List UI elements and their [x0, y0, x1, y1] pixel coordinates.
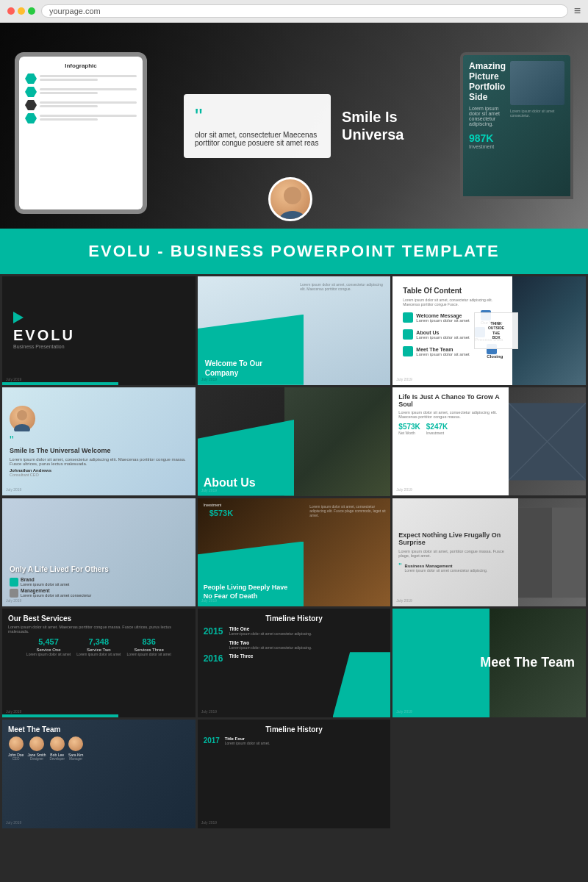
service-1-sub: Lorem ipsum dolor sit amet	[26, 652, 71, 656]
toc-title: Table Of Content	[403, 287, 503, 295]
hex-icon-1	[25, 74, 37, 84]
hex-icon-2	[25, 87, 37, 97]
slide-10-footer-bar	[2, 714, 196, 717]
toc-icon-2	[403, 329, 413, 340]
svg-point-0	[284, 187, 301, 204]
slide-9-footer: July 2019	[396, 598, 412, 603]
url-bar[interactable]: yourpage.com	[41, 4, 568, 18]
service-2-sub: Lorem ipsum dolor sit amet	[76, 652, 121, 656]
team-role-1: CEO	[12, 757, 20, 761]
toc-label-team: Meet The Team	[416, 347, 469, 352]
life-stat-1-label: Net Worth	[398, 431, 420, 435]
slide-12-footer: July 2019	[396, 709, 412, 714]
quote-mark: "	[195, 105, 320, 127]
welcome-title: Welcome To Our Company	[205, 359, 296, 378]
slide-3-footer: July 2019	[396, 377, 412, 381]
only-content: Only A Life Lived For Others Brand Lorem…	[10, 565, 188, 599]
service-1: 5,457 Service One Lorem ipsum dolor sit …	[26, 637, 71, 656]
life-title: Life Is Just A Chance To Grow A Soul	[398, 393, 503, 408]
toc-icon-3	[403, 346, 413, 356]
minimize-button[interactable]	[18, 7, 25, 15]
slide-toc[interactable]: Table Of Content Lorem ipsum dolor sit a…	[392, 276, 586, 385]
expect-quote-icon: "	[398, 562, 401, 572]
timeline2-title: Timeline History	[204, 725, 385, 734]
about-bg-image	[284, 387, 390, 496]
service-2-num: 7,348	[76, 637, 121, 646]
toc-text-2: Lorem ipsum dolor sit amet	[416, 335, 469, 340]
browser-menu[interactable]: ≡	[574, 4, 581, 18]
team-avatar-4	[68, 736, 83, 751]
life-stat-2-label: Investment	[426, 431, 448, 435]
team-role-4: Manager	[69, 757, 82, 761]
close-button[interactable]	[7, 7, 15, 15]
services-stats: 5,457 Service One Lorem ipsum dolor sit …	[8, 637, 190, 656]
slide-5-footer: July 2019	[201, 488, 217, 492]
slide-4-footer: July 2019	[6, 487, 21, 492]
smile-author-role: Consultant CEO	[10, 473, 188, 477]
slide-services[interactable]: Our Best Services Lorem ipsum dolor sit …	[2, 609, 196, 717]
svg-point-2	[17, 410, 27, 420]
slide-meet[interactable]: Meet The Team July 2019	[392, 609, 586, 717]
toc-right-image	[512, 276, 586, 385]
hero-avatar	[268, 177, 312, 221]
slide-only[interactable]: Only A Life Lived For Others Brand Lorem…	[2, 498, 196, 607]
life-stat-2: $247K Investment	[426, 423, 448, 435]
toc-label-closing: Closing	[487, 354, 503, 359]
team-role-2: Designer	[30, 757, 43, 761]
slide-11-footer: July 2019	[201, 709, 217, 714]
timeline2-item-2017: 2017 Title Four Lorem ipsum dolor sit am…	[204, 736, 385, 745]
meet-teal-bg	[392, 609, 489, 717]
slide-14-footer: July 2019	[201, 820, 217, 825]
team-member-2: Jane Smith Designer	[27, 736, 46, 761]
evolu-title: EVOLU	[13, 327, 184, 344]
only-row-1: Brand Lorem ipsum dolor sit amet	[10, 577, 188, 587]
expect-content: Expect Nothing Live Frugally On Surprise…	[398, 531, 512, 573]
slide-6-footer: July 2019	[396, 487, 412, 492]
window-controls	[7, 7, 35, 15]
only-title: Only A Life Lived For Others	[10, 565, 188, 573]
slide-evolu[interactable]: EVOLU Business Presentation July 2019	[2, 276, 196, 385]
only-row-2: Management Lorem ipsum dolor sit amet co…	[10, 588, 188, 598]
timeline2-text: Lorem ipsum dolor sit amet.	[225, 741, 385, 745]
slide-about[interactable]: About Us July 2019	[198, 387, 391, 496]
svg-point-3	[14, 424, 30, 431]
slide-smile[interactable]: " Smile Is The Universal Welcome Lorem i…	[2, 387, 196, 496]
life-stat-2-num: $247K	[426, 423, 448, 431]
laptop-slide-text: Lorem ipsum dolor sit amet consectetur a…	[469, 106, 506, 126]
team-avatar-3	[50, 736, 65, 751]
life-content: Life Is Just A Chance To Grow A Soul Lor…	[398, 393, 503, 435]
people-invest-text: Lorem ipsum dolor sit amet, consectetur …	[309, 504, 387, 517]
meet-bottom-title: Meet The Team	[8, 725, 190, 734]
timeline-title: Timeline History	[204, 614, 385, 623]
laptop-image	[510, 61, 564, 105]
slide-meet-bottom[interactable]: Meet The Team John Doe CEO Jane Smith De…	[2, 720, 196, 828]
team-member-1: John Doe CEO	[8, 736, 24, 761]
laptop-stat: 987K	[469, 132, 506, 144]
browser-bar: yourpage.com ≡	[0, 0, 588, 23]
toc-label-about: About Us	[416, 330, 469, 335]
laptop-mockup: Amazing Picture Portfolio Side Lorem ips…	[460, 52, 573, 199]
tablet-title: Infographic	[25, 62, 137, 69]
smile-title: Smile Is The Universal Welcome	[10, 447, 188, 456]
laptop-slide-title: Amazing Picture Portfolio Side	[469, 61, 506, 102]
slide-welcome[interactable]: Welcome To Our Company Lorem ipsum dolor…	[198, 276, 391, 385]
maximize-button[interactable]	[28, 7, 35, 15]
slide-timeline2[interactable]: Timeline History 2017 Title Four Lorem i…	[198, 720, 391, 828]
timeline-content-2: Title Two Lorem ipsum dolor sit amet con…	[229, 640, 385, 650]
toc-think-box: THINKOUTSIDETHEBOX	[474, 312, 518, 349]
slide-13-footer: July 2019	[6, 820, 21, 825]
service-3-sub: Lorem ipsum dolor sit amet	[126, 652, 171, 656]
slide-expect[interactable]: Expect Nothing Live Frugally On Surprise…	[392, 498, 586, 607]
timeline2-content: Title Four Lorem ipsum dolor sit amet.	[225, 736, 385, 745]
expect-quote-row: " Business Management Lorem ipsum dolor …	[398, 562, 512, 573]
slide-8-footer: July 2019	[201, 598, 217, 603]
expect-quote-sub: Lorem ipsum dolor sit amet consectetur a…	[405, 568, 488, 573]
toc-text-3: Lorem ipsum dolor sit amet	[416, 352, 469, 356]
slide-timeline[interactable]: Timeline History 2015 Title One Lorem ip…	[198, 609, 391, 717]
hex-icon-3	[25, 100, 37, 110]
service-1-num: 5,457	[26, 637, 71, 646]
slide-life[interactable]: Life Is Just A Chance To Grow A Soul Lor…	[392, 387, 586, 496]
hero-smile-text: Smile Is Universa	[342, 108, 449, 143]
slide-people[interactable]: People Living Deeply Have No Fear Of Dea…	[198, 498, 391, 607]
team-member-3: Bob Lee Developer	[49, 736, 65, 761]
